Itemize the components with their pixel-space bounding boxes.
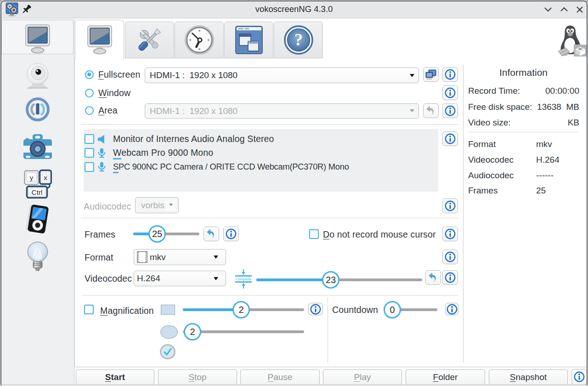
svg-text:x: x	[44, 174, 47, 182]
svg-text:y: y	[30, 174, 34, 182]
svg-text:Compress: Compress	[236, 277, 251, 281]
svg-text:Ctrl: Ctrl	[31, 188, 42, 196]
svg-text:?: ?	[294, 30, 303, 49]
